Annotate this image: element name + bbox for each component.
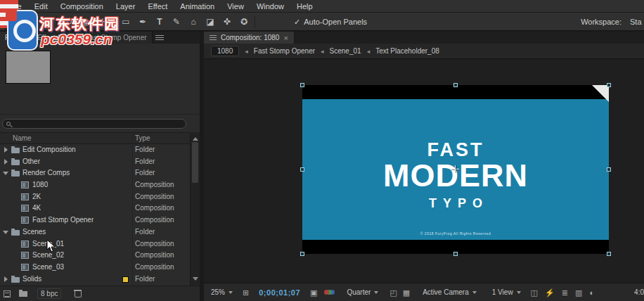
auto-open-panels-toggle[interactable]: ✓ Auto-Open Panels <box>294 13 367 31</box>
resolution-dropdown[interactable]: Quarter <box>344 287 381 297</box>
region-of-interest-icon[interactable]: ◰ <box>389 288 397 297</box>
composition-canvas[interactable]: FAST MODERN TYPO © 2018 FuryFrog All Rig… <box>302 85 609 254</box>
search-input[interactable] <box>2 119 186 129</box>
item-name: 4K <box>32 204 41 212</box>
roto-brush-tool[interactable]: ✜ <box>219 14 235 30</box>
project-row-scene-02[interactable]: Scene_02 Composition <box>0 250 190 262</box>
disclosure-icon[interactable] <box>4 159 11 165</box>
anchor-point[interactable] <box>451 165 459 173</box>
selection-handle[interactable] <box>453 252 458 256</box>
selection-handle[interactable] <box>607 83 611 87</box>
grid-options-icon[interactable]: ⊞ <box>243 288 249 297</box>
item-name: Solids <box>22 275 41 283</box>
pan-behind-tool[interactable]: ✛ <box>95 14 110 30</box>
pixel-aspect-correction-icon[interactable]: ◫ <box>531 288 538 297</box>
menu-window[interactable]: Window <box>250 2 290 11</box>
pen-tool[interactable]: ✒ <box>135 14 150 30</box>
menu-animation[interactable]: Animation <box>174 2 221 11</box>
project-row-4k[interactable]: 4K Composition <box>0 203 190 214</box>
disclosure-icon[interactable] <box>4 276 11 282</box>
tab-composition-1080[interactable]: Composition: 1080 × <box>204 32 295 44</box>
selection-handle[interactable] <box>607 167 611 172</box>
menu-layer[interactable]: Layer <box>110 2 142 11</box>
unified-camera-tool[interactable]: ◉ <box>78 14 94 30</box>
timeline-icon[interactable]: ≣ <box>562 288 568 297</box>
scroll-down-icon[interactable] <box>193 277 198 283</box>
project-row-render-comps[interactable]: Render Comps Folder <box>0 167 190 179</box>
menu-file[interactable]: File <box>3 2 28 11</box>
exposure-icon[interactable]: ◐ <box>589 288 594 297</box>
project-row-1080[interactable]: 1080 Composition <box>0 179 190 191</box>
label-color-chip[interactable] <box>122 276 129 283</box>
selection-handle[interactable] <box>300 167 304 172</box>
project-row-2k[interactable]: 2K Composition <box>0 191 190 203</box>
project-row-scene-01[interactable]: Scene_01 Composition <box>0 238 190 250</box>
project-row-solids[interactable]: Solids Folder <box>0 274 190 286</box>
selection-handle[interactable] <box>300 83 304 87</box>
selection-handle[interactable] <box>607 252 611 256</box>
rotation-tool[interactable]: ↻ <box>61 14 77 30</box>
copyright-text: © 2018 FuryFrog All Rights Reserved <box>302 231 609 236</box>
menu-edit[interactable]: Edit <box>28 2 54 11</box>
project-row-scenes[interactable]: Scenes Folder <box>0 226 190 238</box>
project-row-other[interactable]: Other Folder <box>0 156 190 168</box>
trash-icon[interactable] <box>74 289 82 298</box>
current-time[interactable]: 0;00;01;07 <box>259 288 300 297</box>
scrollbar-thumb[interactable] <box>192 142 198 183</box>
panel-menu-icon[interactable] <box>210 35 217 40</box>
scroll-up-icon[interactable] <box>193 134 198 141</box>
column-header-type[interactable]: Type <box>135 134 150 142</box>
breadcrumb-item[interactable]: Text Placeholder_08 <box>375 47 439 55</box>
menu-composition[interactable]: Composition <box>54 2 110 11</box>
puppet-pin-tool[interactable]: ✪ <box>236 14 252 30</box>
fast-previews-icon[interactable]: ⚡ <box>545 288 555 297</box>
view-layout-dropdown[interactable]: 1 View <box>489 287 524 297</box>
selection-handle[interactable] <box>300 252 304 256</box>
item-type: Folder <box>135 146 155 153</box>
3d-view-dropdown[interactable]: Active Camera <box>420 287 479 297</box>
clone-stamp-tool[interactable]: ⌂ <box>186 14 201 30</box>
type-tool[interactable]: T <box>152 14 167 30</box>
hand-tool[interactable]: ✥ <box>21 14 37 30</box>
item-type: Composition <box>135 263 174 271</box>
magnification-dropdown[interactable]: 25% <box>208 287 236 297</box>
snapshot-icon[interactable]: ▣ <box>310 288 317 297</box>
interpret-footage-icon[interactable] <box>4 290 11 297</box>
disclosure-icon[interactable] <box>4 147 11 153</box>
transparency-grid-icon[interactable]: ▦ <box>403 288 410 297</box>
disclosure-icon[interactable] <box>3 172 8 178</box>
breadcrumb-item[interactable]: Scene_01 <box>330 47 361 55</box>
panel-menu-icon[interactable] <box>154 32 165 44</box>
flowchart-icon[interactable]: ▥ <box>575 288 582 297</box>
project-row-scene-03[interactable]: Scene_03 Composition <box>0 262 190 274</box>
composition-icon <box>21 241 29 248</box>
new-folder-icon[interactable] <box>19 291 27 297</box>
shape-tool[interactable]: ▭ <box>118 14 134 30</box>
breadcrumb-item[interactable]: Fast Stomp Opener <box>254 47 315 55</box>
brush-tool[interactable]: ✎ <box>169 14 184 30</box>
composition-viewer[interactable]: FAST MODERN TYPO © 2018 FuryFrog All Rig… <box>204 58 644 283</box>
show-channels-icon[interactable] <box>324 289 337 296</box>
item-name: Scene_03 <box>32 263 64 271</box>
disclosure-icon[interactable] <box>3 231 8 237</box>
workspace-dropdown[interactable]: Sta <box>630 18 644 26</box>
title-line-2: MODERN <box>383 160 528 192</box>
breadcrumb-root[interactable]: 1080 <box>211 46 239 56</box>
tab-project[interactable]: Project <box>0 32 32 44</box>
project-row-edit-composition[interactable]: Edit Composition Folder <box>0 144 190 156</box>
selection-handle[interactable] <box>453 83 458 87</box>
menu-view[interactable]: View <box>221 2 250 11</box>
composition-navigator: 1080 ◂ Fast Stomp Opener ◂ Scene_01 ◂ Te… <box>204 44 644 58</box>
project-scrollbar[interactable] <box>190 132 200 286</box>
close-icon[interactable]: × <box>283 34 288 42</box>
composition-icon <box>21 217 29 224</box>
zoom-tool[interactable]: ⊙ <box>38 14 53 30</box>
column-header-name[interactable]: Name <box>13 134 32 142</box>
tab-effect-controls[interactable]: Effect Controls Fast Stomp Opener <box>32 32 152 44</box>
eraser-tool[interactable]: ◪ <box>202 14 218 30</box>
project-row-fast-stomp-opener[interactable]: Fast Stomp Opener Composition <box>0 214 190 226</box>
selection-tool[interactable]: ↖ <box>4 14 20 30</box>
project-bit-depth[interactable]: 8 bpc <box>37 288 61 299</box>
menu-effect[interactable]: Effect <box>141 2 174 11</box>
menu-help[interactable]: Help <box>290 2 319 11</box>
